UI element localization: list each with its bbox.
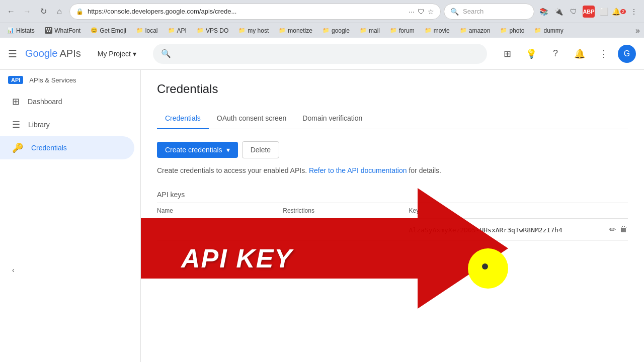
col-header-key: Key	[409, 207, 598, 214]
shield-icon: 🛡	[418, 8, 425, 16]
bookmark-movie[interactable]: 📁movie	[422, 26, 453, 35]
bookmark-forum[interactable]: 📁forum	[387, 26, 418, 35]
apps-icon-btn[interactable]: ⊞	[497, 44, 517, 64]
bookmark-mail[interactable]: 📁mail	[357, 26, 383, 35]
bookmark-api[interactable]: 📁API	[165, 26, 190, 35]
project-dropdown-icon: ▾	[133, 50, 136, 58]
notification-icon[interactable]: 🔔2	[613, 6, 625, 18]
sidebar-item-library[interactable]: ☰ Library	[0, 113, 134, 136]
tabs: Credentials OAuth consent screen Domain …	[157, 108, 628, 129]
more-browser-icon[interactable]: ⋮	[628, 6, 640, 18]
address-more-icon: ···	[409, 8, 415, 16]
library-icon[interactable]: 📚	[537, 6, 549, 18]
sidebar-toggle-icon: ‹	[12, 266, 15, 274]
sidebar: API APIs & Services ⊞ Dashboard ☰ Librar…	[0, 70, 141, 362]
api-key-value: AlzaSyAxmyXez2D05-HHsxARr3qTwR8NM2zI7h4	[409, 226, 562, 234]
tab-oauth-consent[interactable]: OAuth consent screen	[209, 108, 295, 129]
project-selector[interactable]: My Project ▾	[91, 46, 143, 61]
avatar[interactable]: G	[618, 45, 636, 63]
bell-icon-btn[interactable]: 🔔	[570, 44, 590, 64]
lock-icon: 🔒	[76, 8, 84, 15]
api-doc-link[interactable]: Refer to the API documentation	[309, 166, 407, 174]
info-text: Create credentials to access your enable…	[157, 166, 628, 174]
shield-browser-icon[interactable]: 🛡	[568, 6, 580, 18]
api-key-annotation-label: API KEY	[181, 243, 293, 274]
search-placeholder-text: Search	[463, 8, 484, 15]
idea-icon-btn[interactable]: 💡	[521, 44, 541, 64]
action-buttons: Create credentials ▾ Delete	[157, 141, 628, 158]
page-title: Credentials	[157, 82, 628, 96]
header-search-box[interactable]: 🔍	[153, 44, 487, 64]
bookmark-amazon[interactable]: 📁amazon	[457, 26, 494, 35]
delete-key-icon[interactable]: 🗑	[620, 225, 628, 234]
edit-key-icon[interactable]: ✏	[609, 225, 616, 234]
google-logo-text: Google	[25, 48, 58, 59]
sidebar-library-label: Library	[28, 121, 50, 129]
bookmark-google[interactable]: 📁google	[319, 26, 353, 35]
search-icon: 🔍	[450, 8, 459, 16]
adblock-icon[interactable]: ABP	[583, 6, 595, 18]
sidebar-item-dashboard[interactable]: ⊞ Dashboard	[0, 90, 134, 113]
bookmark-getemoji[interactable]: 😊Get Emoji	[88, 26, 129, 35]
table-header: Name Restrictions Key	[157, 203, 628, 219]
col-header-restrictions: Restrictions	[283, 207, 409, 214]
hamburger-icon[interactable]: ☰	[8, 48, 17, 60]
search-bar[interactable]: 🔍 Search	[444, 4, 534, 20]
apis-logo-text: APIs	[60, 48, 81, 59]
browser-toolbar: ← → ↻ ⌂ 🔒 https://console.developers.goo…	[0, 0, 644, 23]
sidebar-item-credentials[interactable]: 🔑 Credentials	[0, 136, 134, 159]
cursor-indicator	[482, 263, 488, 269]
yellow-highlight-circle	[468, 248, 508, 289]
sidebar-toggle-button[interactable]: ‹	[0, 260, 140, 280]
more-header-icon-btn[interactable]: ⋮	[594, 44, 614, 64]
create-credentials-button[interactable]: Create credentials ▾	[157, 142, 238, 158]
col-header-actions	[598, 207, 628, 214]
sidebar-dashboard-label: Dashboard	[28, 98, 62, 106]
forward-button[interactable]: →	[20, 5, 34, 19]
tab-credentials[interactable]: Credentials	[157, 108, 209, 129]
reload-button[interactable]: ↻	[36, 5, 50, 19]
google-apis-logo: Google APIs	[25, 48, 81, 59]
star-icon[interactable]: ☆	[428, 8, 434, 16]
content-area: Credentials Credentials OAuth consent sc…	[141, 70, 644, 362]
delete-button[interactable]: Delete	[242, 141, 279, 158]
sidebar-credentials-label: Credentials	[31, 144, 67, 152]
home-button[interactable]: ⌂	[52, 5, 66, 19]
bookmark-histats[interactable]: 📊Histats	[4, 26, 38, 35]
library-nav-icon: ☰	[12, 119, 20, 130]
header-actions: ⊞ 💡 ? 🔔 ⋮ G	[497, 44, 636, 64]
sidebar-header: API APIs & Services	[0, 76, 140, 90]
key-action-icons: ✏ 🗑	[598, 225, 628, 234]
address-bar[interactable]: 🔒 https://console.developers.google.com/…	[69, 4, 441, 20]
create-credentials-label: Create credentials	[165, 146, 222, 154]
table-row: AlzaSyAxmyXez2D05-HHsxARr3qTwR8NM2zI7h4 …	[157, 219, 628, 241]
dashboard-icon: ⊞	[12, 96, 20, 107]
bookmark-local[interactable]: 📁local	[133, 26, 161, 35]
address-text: https://console.developers.google.com/ap…	[88, 8, 405, 15]
bookmark-vpsdo[interactable]: 📁VPS DO	[194, 26, 231, 35]
bookmarks-bar: 📊Histats WWhatFont 😊Get Emoji 📁local 📁AP…	[0, 23, 644, 38]
help-icon-btn[interactable]: ?	[545, 44, 566, 64]
api-keys-section-title: API keys	[157, 187, 628, 203]
gapi-header: ☰ Google APIs My Project ▾ 🔍 ⊞ 💡 ? 🔔 ⋮ G	[0, 38, 644, 70]
bookmark-monetize[interactable]: 📁monetize	[276, 26, 315, 35]
col-header-name: Name	[157, 207, 283, 214]
create-dropdown-icon: ▾	[226, 146, 230, 154]
credentials-icon: 🔑	[12, 142, 23, 153]
key-value-cell: AlzaSyAxmyXez2D05-HHsxARr3qTwR8NM2zI7h4	[409, 226, 598, 234]
bookmarks-more-icon[interactable]: »	[635, 26, 640, 35]
api-badge: API	[8, 76, 23, 84]
project-name: My Project	[98, 50, 131, 58]
window-icon[interactable]: ⬜	[598, 6, 610, 18]
bookmark-whatfont[interactable]: WWhatFont	[42, 26, 84, 35]
back-button[interactable]: ←	[4, 5, 18, 19]
header-search-icon: 🔍	[161, 49, 171, 58]
bookmark-myhost[interactable]: 📁my host	[235, 26, 272, 35]
bookmark-dummy[interactable]: 📁dummy	[531, 26, 566, 35]
tab-domain-verification[interactable]: Domain verification	[294, 108, 370, 129]
apis-services-label: APIs & Services	[29, 76, 76, 84]
bookmark-photo[interactable]: 📁photo	[497, 26, 527, 35]
extension-icon[interactable]: 🔌	[552, 6, 565, 18]
